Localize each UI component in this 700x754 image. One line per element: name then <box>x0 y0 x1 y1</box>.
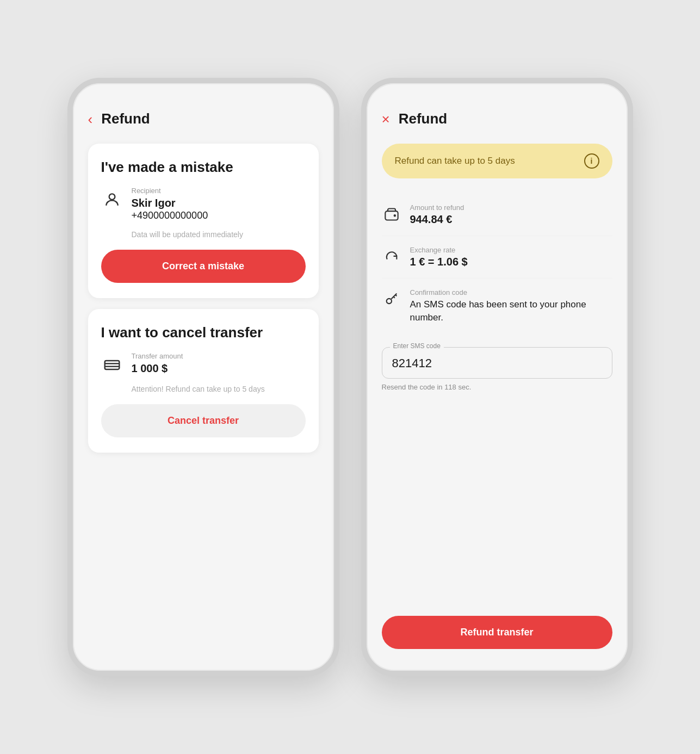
transfer-amount: 1 000 $ <box>132 361 183 375</box>
svg-rect-4 <box>385 211 398 220</box>
svg-point-0 <box>109 194 115 200</box>
back-icon[interactable]: ‹ <box>88 112 93 126</box>
attention-text: Attention! Refund can take up to 5 days <box>132 385 306 393</box>
recipient-label: Recipient <box>132 187 208 195</box>
info-circle-icon[interactable]: i <box>584 153 599 169</box>
amount-value: 944.84 € <box>410 213 464 226</box>
sms-field-label: Enter SMS code <box>390 342 444 350</box>
svg-line-7 <box>395 295 397 296</box>
svg-line-8 <box>393 296 394 298</box>
confirmation-label: Confirmation code <box>410 288 612 296</box>
wallet-icon <box>382 205 401 224</box>
svg-line-6 <box>391 294 397 299</box>
confirmation-desc: An SMS code has been sent to your phone … <box>410 298 612 324</box>
phones-container: ‹ Refund I've made a mistake Recipient <box>67 78 633 676</box>
left-screen-title: Refund <box>101 110 150 127</box>
left-phone: ‹ Refund I've made a mistake Recipient <box>67 78 339 676</box>
sms-input[interactable] <box>392 356 602 370</box>
refresh-icon <box>382 247 401 267</box>
close-icon[interactable]: × <box>382 112 390 126</box>
amount-label: Amount to refund <box>410 203 464 212</box>
warning-text: Refund can take up to 5 days <box>395 156 515 166</box>
recipient-phone: +4900000000000 <box>132 210 208 221</box>
confirmation-row: Confirmation code An SMS code has been s… <box>382 279 612 334</box>
details-section: Amount to refund 944.84 € Exchange rate <box>382 194 612 334</box>
cancel-transfer-button[interactable]: Cancel transfer <box>101 404 306 437</box>
key-icon <box>382 289 401 309</box>
data-note: Data will be updated immediately <box>132 230 306 239</box>
cancel-heading: I want to cancel transfer <box>101 324 306 341</box>
transfer-amount-row: Transfer amount 1 000 $ <box>101 352 306 376</box>
amount-row: Amount to refund 944.84 € <box>382 194 612 236</box>
exchange-row: Exchange rate 1 € = 1.06 $ <box>382 236 612 279</box>
mistake-card: I've made a mistake Recipient Skir Igor … <box>88 144 319 298</box>
right-screen-title: Refund <box>399 110 448 127</box>
cancel-card: I want to cancel transfer Transfer amoun… <box>88 309 319 453</box>
money-icon <box>101 354 123 376</box>
svg-point-5 <box>386 299 391 304</box>
exchange-label: Exchange rate <box>410 246 468 254</box>
sms-input-wrapper: Enter SMS code <box>382 347 612 379</box>
svg-rect-1 <box>104 361 119 369</box>
resend-text: Resend the code in 118 sec. <box>382 383 612 391</box>
recipient-name: Skir Igor <box>132 196 208 210</box>
mistake-heading: I've made a mistake <box>101 159 306 176</box>
left-screen-header: ‹ Refund <box>88 110 319 127</box>
warning-banner: Refund can take up to 5 days i <box>382 144 612 178</box>
correct-mistake-button[interactable]: Correct a mistake <box>101 250 306 283</box>
recipient-row: Recipient Skir Igor +4900000000000 <box>101 187 306 221</box>
refund-transfer-button[interactable]: Refund transfer <box>382 616 612 649</box>
transfer-label: Transfer amount <box>132 352 183 360</box>
right-phone: × Refund Refund can take up to 5 days i <box>361 78 633 676</box>
right-screen-header: × Refund <box>382 110 612 127</box>
exchange-value: 1 € = 1.06 $ <box>410 256 468 268</box>
person-icon <box>101 189 123 211</box>
